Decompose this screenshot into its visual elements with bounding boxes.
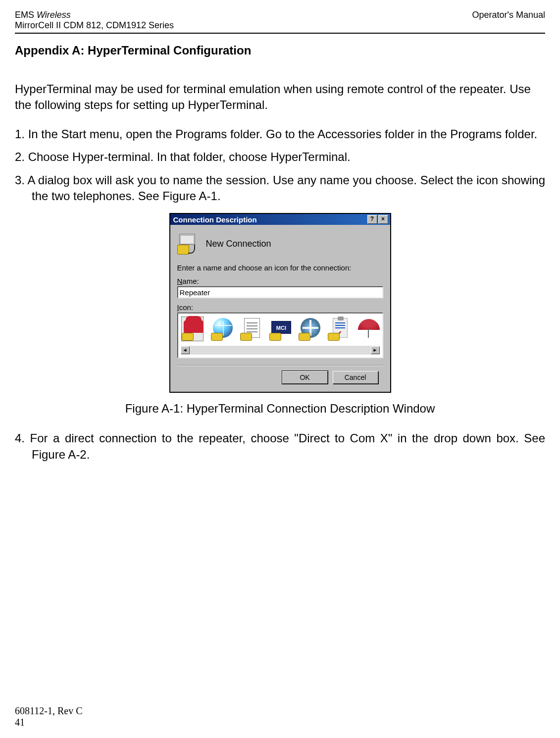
figure-a1-caption: Figure A-1: HyperTerminal Connection Des… — [15, 402, 545, 416]
icon-option-globe[interactable] — [211, 317, 232, 341]
icon-label-rest: con: — [179, 303, 193, 312]
dialog-titlebar[interactable]: Connection Description ? × — [170, 214, 390, 225]
scroll-left-button[interactable]: ◄ — [181, 346, 190, 354]
appendix-title: Appendix A: HyperTerminal Configuration — [15, 44, 545, 57]
step-2: 2. Choose Hyper-terminal. In that folder… — [15, 149, 545, 165]
cancel-button[interactable]: Cancel — [333, 371, 378, 384]
dialog-separator — [177, 365, 383, 366]
icon-scrollbar[interactable]: ◄ ► — [181, 346, 380, 355]
step-2-num: 2. — [15, 150, 25, 163]
header-rule — [15, 33, 545, 34]
step-1: 1. In the Start menu, open the Programs … — [15, 126, 545, 142]
name-label-rest: ame: — [182, 277, 199, 285]
header-brand-wireless: Wireless — [37, 10, 71, 20]
icon-picker[interactable]: MCI ✔ ◄ ► — [177, 313, 383, 358]
icon-option-red-phone[interactable] — [182, 317, 203, 341]
header-product: MirrorCell II CDM 812, CDM1912 Series — [15, 20, 545, 31]
step-2-text: Choose Hyper-terminal. In that folder, c… — [28, 150, 351, 163]
dialog-instruction: Enter a name and choose an icon for the … — [177, 264, 383, 272]
step-3-num: 3. — [15, 173, 25, 187]
footer-page: 41 — [15, 717, 82, 728]
icon-option-document[interactable] — [240, 317, 261, 341]
mci-text: MCI — [271, 321, 291, 334]
header-right: Operator's Manual — [472, 10, 545, 20]
step-1-num: 1. — [15, 127, 25, 141]
ok-button[interactable]: OK — [282, 371, 328, 384]
step-4-text: For a direct connection to the repeater,… — [30, 431, 545, 461]
step-3-text: A dialog box will ask you to name the se… — [27, 173, 545, 203]
icon-option-mci[interactable]: MCI — [269, 317, 291, 341]
footer-rev: 608112-1, Rev C — [15, 705, 82, 717]
icon-option-clipboard[interactable]: ✔ — [328, 317, 349, 341]
header-brand: EMS Wireless — [15, 10, 71, 20]
new-connection-label: New Connection — [206, 239, 271, 249]
figure-a1: Connection Description ? × New Connectio… — [15, 213, 545, 393]
new-connection-icon — [177, 233, 199, 255]
name-label: Name: — [177, 277, 199, 285]
step-4: 4. For a direct connection to the repeat… — [15, 430, 545, 463]
icon-option-starburst[interactable] — [299, 317, 320, 341]
name-input[interactable] — [177, 286, 383, 298]
page-footer: 608112-1, Rev C 41 — [15, 705, 82, 728]
close-button[interactable]: × — [378, 215, 388, 224]
step-1-text: In the Start menu, open the Programs fol… — [28, 127, 538, 141]
connection-description-dialog: Connection Description ? × New Connectio… — [169, 213, 391, 393]
step-3: 3. A dialog box will ask you to name the… — [15, 172, 545, 205]
name-label-underline: N — [177, 277, 183, 285]
header-brand-ems: EMS — [15, 10, 37, 20]
help-button[interactable]: ? — [367, 215, 377, 224]
intro-paragraph: HyperTerminal may be used for terminal e… — [15, 81, 545, 113]
scroll-right-button[interactable]: ► — [371, 346, 380, 354]
icon-label: Icon: — [177, 303, 194, 312]
dialog-title: Connection Description — [172, 215, 257, 224]
icon-option-umbrella[interactable] — [357, 317, 378, 341]
step-4-num: 4. — [15, 431, 25, 445]
